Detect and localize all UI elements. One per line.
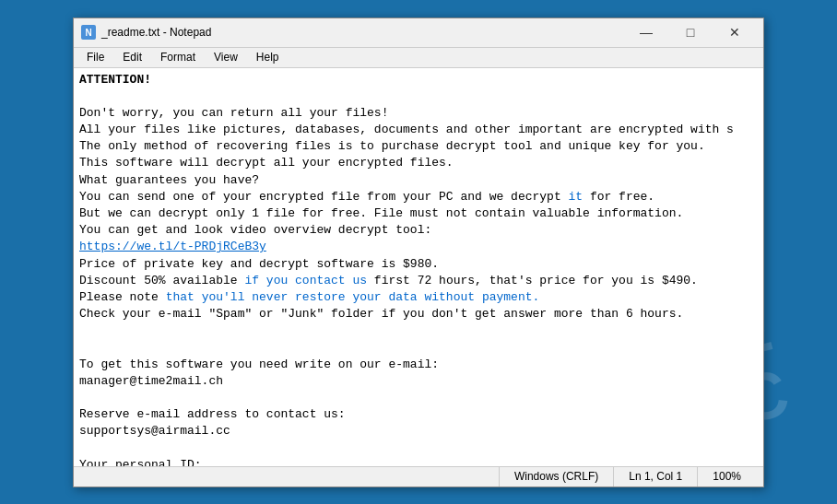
minimize-button[interactable]: — [625, 18, 667, 47]
close-button[interactable]: ✕ [713, 18, 756, 47]
content-wrapper: ATTENTION! Don't worry, you can return a… [74, 68, 763, 466]
menu-help[interactable]: Help [247, 47, 289, 67]
text-content[interactable]: ATTENTION! Don't worry, you can return a… [74, 68, 763, 466]
status-encoding: Windows (CRLF) [499, 467, 613, 486]
notepad-window: N _readme.txt - Notepad — □ ✕ File Edit … [73, 18, 764, 487]
menu-file[interactable]: File [77, 47, 113, 67]
highlight-note: that you'll never restore your data with… [166, 290, 540, 304]
text-line-1: ATTENTION! [79, 73, 151, 87]
window-controls: — □ ✕ [625, 18, 756, 47]
menu-view[interactable]: View [205, 47, 247, 67]
highlight-contact: if you contact us [244, 274, 367, 287]
window-title: _readme.txt - Notepad [101, 26, 625, 39]
status-zoom: 100% [697, 467, 756, 486]
app-icon: N [81, 25, 96, 40]
statusbar: Windows (CRLF) Ln 1, Col 1 100% [74, 466, 763, 486]
menubar: File Edit Format View Help [74, 48, 763, 68]
url-link[interactable]: https://we.tl/t-PRDjRCeB3y [79, 240, 266, 253]
highlight-it: it [569, 190, 584, 204]
status-line-col: Ln 1, Col 1 [613, 467, 697, 486]
menu-edit[interactable]: Edit [113, 47, 151, 67]
maximize-button[interactable]: □ [669, 18, 712, 47]
menu-format[interactable]: Format [151, 47, 205, 67]
titlebar: N _readme.txt - Notepad — □ ✕ [74, 18, 763, 48]
